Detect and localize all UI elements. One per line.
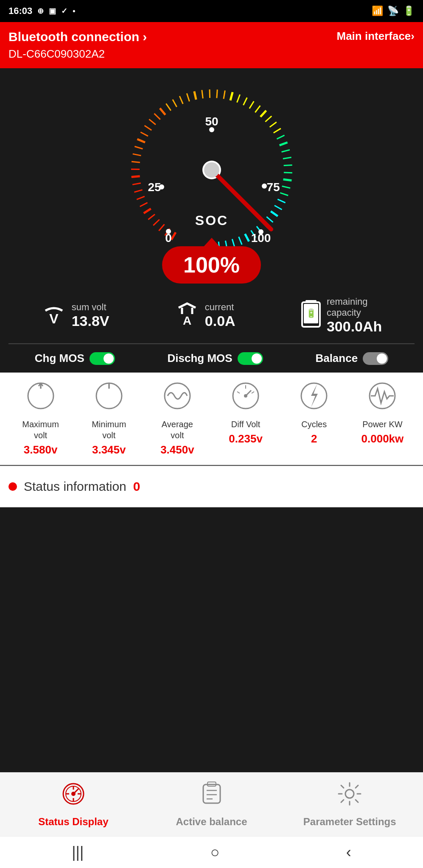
system-nav: ||| ○ ‹ — [0, 836, 423, 868]
lightning-icon — [282, 381, 346, 416]
dischg-mos-toggle[interactable] — [238, 352, 263, 365]
status-dot-icon — [8, 482, 17, 491]
gauge-tick — [260, 111, 266, 117]
nav-status-display[interactable]: Status Display — [4, 781, 143, 828]
stat-current-text: current 0.0A — [205, 302, 235, 329]
nav-active-balance[interactable]: Active balance — [143, 781, 281, 828]
metrics-grid: Maximumvolt 3.580v Minimumvolt 3.345v — [8, 381, 415, 456]
gauge-tick — [274, 206, 281, 210]
wifi-icon: 📶 — [372, 6, 383, 17]
gauge-tick — [171, 232, 176, 239]
metric-min-volt: Minimumvolt 3.345v — [77, 381, 141, 456]
svg-text:A: A — [183, 314, 191, 327]
gauge-tick — [224, 91, 225, 99]
svg-line-16 — [246, 390, 251, 396]
gauge-tick — [160, 108, 165, 114]
soc-text: SOC — [195, 213, 228, 228]
status-time: 16:03 — [8, 6, 32, 17]
gauge-tick — [283, 157, 291, 159]
stat-capacity-text: remainingcapacity 300.0Ah — [327, 296, 382, 335]
dot-icon: • — [73, 7, 75, 16]
gauge-tick — [279, 142, 287, 145]
nav-parameter-settings[interactable]: Parameter Settings — [280, 781, 419, 828]
gauge-tick — [277, 135, 284, 139]
gauge-label-50: 50 — [205, 115, 218, 128]
power-icon-2 — [77, 381, 141, 416]
metric-max-volt: Maximumvolt 3.580v — [8, 381, 73, 456]
stat-current-value: 0.0A — [205, 313, 235, 329]
svg-point-10 — [165, 383, 190, 409]
qr-icon: ▣ — [49, 6, 56, 16]
bluetooth-connection-link[interactable]: Bluetooth connection › — [8, 30, 147, 44]
gauge-tick — [132, 183, 141, 185]
stat-sum-volt: V sum volt 13.8V — [41, 301, 109, 330]
stat-volt-label: sum volt — [72, 302, 109, 313]
main-interface-button[interactable]: Main interface› — [337, 30, 415, 43]
stat-capacity-value: 300.0Ah — [327, 318, 382, 335]
stat-capacity-label: remainingcapacity — [327, 296, 382, 318]
metric-min-volt-value: 3.345v — [77, 443, 141, 456]
gauge-tick — [230, 92, 232, 100]
gauge-container: // We'll draw this via JS below 50 25 75… — [63, 77, 360, 255]
gauge-tick — [132, 161, 140, 162]
gauge-tick — [148, 214, 155, 220]
gauge-tick — [210, 89, 210, 98]
metric-diff-volt-label: Diff Volt — [214, 419, 278, 430]
gauge-tick — [144, 125, 151, 130]
stat-current-label: current — [205, 302, 235, 313]
metric-min-volt-label: Minimumvolt — [77, 419, 141, 441]
gauge-dot-25 — [159, 184, 164, 189]
power-icon-1 — [8, 381, 73, 416]
metric-max-volt-label: Maximumvolt — [8, 419, 73, 441]
gauge-tick — [237, 95, 240, 103]
svg-line-13 — [252, 392, 254, 393]
svg-rect-22 — [203, 785, 220, 803]
chevron-right-icon: › — [143, 30, 147, 44]
gauge-tick — [269, 122, 276, 127]
metric-avg-volt: Averagevolt 3.450v — [145, 381, 209, 456]
gauge-tick — [277, 199, 285, 203]
gauge-tick — [131, 176, 140, 177]
status-info-section: Status information 0 — [0, 466, 423, 507]
parameter-settings-icon — [337, 781, 362, 812]
balance-item: Balance — [315, 352, 388, 365]
amp-icon: A — [174, 301, 200, 330]
gauge-tick — [271, 211, 277, 216]
chg-mos-item: Chg MOS — [35, 352, 115, 365]
gauge-tick — [140, 203, 147, 206]
home-button[interactable]: ○ — [210, 843, 220, 861]
stat-capacity: 🔋 remainingcapacity 300.0Ah — [300, 296, 382, 335]
gauge-icon — [214, 381, 278, 416]
dischg-mos-item: Dischg MOS — [168, 352, 263, 365]
gauge-tick — [249, 101, 253, 108]
chg-mos-label: Chg MOS — [35, 352, 84, 365]
gauge-tick — [134, 190, 142, 192]
gauge-tick — [265, 116, 272, 122]
svg-text:V: V — [49, 311, 59, 326]
gauge-tick — [187, 93, 189, 101]
ring-icon: ⊕ — [37, 6, 44, 16]
metric-cycles: Cycles 2 — [282, 381, 346, 456]
gauge-tick — [134, 146, 143, 149]
gauge-tick — [179, 96, 183, 104]
menu-button[interactable]: ||| — [72, 843, 84, 861]
metric-power-kw: Power KW 0.000kw — [350, 381, 415, 456]
chg-mos-toggle[interactable] — [90, 352, 115, 365]
stats-row: V sum volt 13.8V A current 0.0A — [0, 292, 423, 343]
gauge-tick — [153, 220, 160, 225]
gauge-hub-inner — [204, 162, 219, 178]
back-button[interactable]: ‹ — [346, 843, 351, 861]
gauge-section: // We'll draw this via JS below 50 25 75… — [0, 68, 423, 292]
metric-max-volt-value: 3.580v — [8, 443, 73, 456]
bottom-nav: Status Display Active balance — [0, 772, 423, 836]
status-info-label: Status information — [24, 479, 126, 494]
gauge-tick — [238, 237, 241, 245]
wave-icon — [145, 381, 209, 416]
balance-toggle[interactable] — [363, 352, 388, 365]
gauge-tick — [159, 224, 164, 231]
gauge-tick — [255, 106, 260, 112]
status-bar-right: 📶 📡 🔋 — [372, 6, 415, 17]
gauge-tick — [266, 217, 273, 222]
status-bar-left: 16:03 ⊕ ▣ ✓ • — [8, 6, 76, 17]
metric-cycles-value: 2 — [282, 432, 346, 445]
